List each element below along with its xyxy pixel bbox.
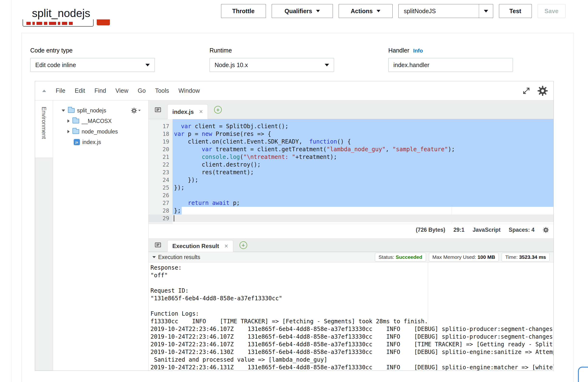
log-line: f13330cc INFO [TIME TRACKER] => [Fetchin… <box>150 318 553 325</box>
code-text: console.log("\ntreatment: "+treatment); <box>172 153 553 161</box>
caret-down-icon[interactable] <box>152 256 156 258</box>
menu-go[interactable]: Go <box>138 87 146 94</box>
log-line: 2019-10-24T22:23:46.131Z 131e865f-6eb4-4… <box>150 363 553 370</box>
lambda-code-page: split_nodejs Throttle Qualifiers Actions… <box>0 0 588 382</box>
menu-view[interactable]: View <box>115 87 128 94</box>
code-line[interactable]: 27 return await p; <box>148 199 553 207</box>
statusbar-settings-button[interactable] <box>543 227 549 233</box>
log-line: Function Logs: <box>150 310 553 318</box>
code-text: return await p; <box>172 199 553 207</box>
info-link[interactable]: Info <box>413 48 423 54</box>
environment-tab[interactable]: Environment <box>35 100 53 158</box>
runtime-label: Runtime <box>210 47 232 54</box>
status-badge: Status:Succeeded <box>375 253 426 262</box>
code-text: client.on(client.Event.SDK_READY, functi… <box>172 138 553 145</box>
runtime-select[interactable]: Node.js 10.x <box>210 58 334 72</box>
log-line: 2019-10-24T22:23:46.107Z 131e865f-6eb4-4… <box>150 333 553 341</box>
time-badge: Time:3523.34 ms <box>502 253 550 262</box>
code-entry-type-label: Code entry type <box>30 47 73 54</box>
tree-item-indexjs[interactable]: index.js <box>53 137 148 147</box>
chevron-down-icon <box>138 110 141 111</box>
test-button[interactable]: Test <box>499 4 532 18</box>
tab-indexjs[interactable]: index.js × <box>167 104 208 119</box>
code-text: }); <box>172 184 553 191</box>
collapse-up-icon[interactable] <box>42 90 46 92</box>
code-line[interactable]: 21 console.log("\ntreatment: "+treatment… <box>148 153 553 161</box>
editor-status-bar: (726 Bytes) 29:1 JavaScript Spaces: 4 <box>148 224 553 236</box>
folder-icon <box>72 119 79 123</box>
designer-fragment <box>22 19 94 27</box>
tab-list-button[interactable] <box>148 238 167 252</box>
tree-settings-button[interactable] <box>131 107 141 114</box>
code-line[interactable]: 20 var treatment = client.getTreatment("… <box>148 145 553 153</box>
editor-settings-button[interactable] <box>537 85 548 96</box>
code-text: var client = SplitObj.client(); <box>172 122 553 130</box>
save-button[interactable]: Save <box>538 4 566 18</box>
folder-icon <box>72 129 79 134</box>
line-number: 22 <box>148 161 172 169</box>
tab-execution-result[interactable]: Execution Result × <box>167 240 233 252</box>
exec-results-label[interactable]: Execution results <box>158 254 200 261</box>
line-number: 28 <box>148 207 172 214</box>
code-line[interactable]: 29 <box>148 214 553 222</box>
code-text: }; <box>172 207 553 214</box>
tree-item-node-modules[interactable]: node_modules <box>53 126 148 137</box>
alias-select[interactable]: splitNodeJS <box>399 4 493 18</box>
new-tab-button[interactable]: + <box>239 241 247 249</box>
code-line[interactable]: 28}; <box>148 207 553 214</box>
file-tree: split_nodejs <box>53 100 148 370</box>
code-text <box>172 214 553 222</box>
close-icon[interactable]: × <box>199 108 203 115</box>
menu-tools[interactable]: Tools <box>155 87 169 94</box>
code-line[interactable]: 19 client.on(client.Event.SDK_READY, fun… <box>148 138 553 145</box>
code-entry-type-select[interactable]: Edit code inline <box>30 58 155 72</box>
alias-caret-zone[interactable] <box>479 4 493 18</box>
code-text: res(treatment); <box>172 169 553 176</box>
handler-input[interactable] <box>393 62 508 69</box>
code-line[interactable]: 23 res(treatment); <box>148 169 553 176</box>
code-line[interactable]: 17 var client = SplitObj.client(); <box>148 122 553 130</box>
menu-find[interactable]: Find <box>94 87 106 94</box>
menu-window[interactable]: Window <box>179 87 200 94</box>
environment-strip: Environment <box>35 100 53 370</box>
menu-edit[interactable]: Edit <box>75 87 85 94</box>
execution-log: Response:"off"Request ID:"131e865f-6eb4-… <box>148 262 553 370</box>
tree-item-root[interactable]: split_nodejs <box>53 105 148 116</box>
code-line[interactable]: 22 client.destroy(); <box>148 161 553 169</box>
memory-badge: Max Memory Used:100 MB <box>429 253 499 262</box>
offscreen-focus-fragment <box>578 367 588 382</box>
menu-file[interactable]: File <box>56 87 65 94</box>
handler-field[interactable] <box>388 58 513 72</box>
code-editor: File Edit Find View Go Tools Window <box>35 81 554 371</box>
log-line: "off" <box>150 271 553 279</box>
designer-fragment-chip <box>97 19 110 25</box>
indent-setting[interactable]: Spaces: 4 <box>509 227 534 233</box>
chevron-down-icon <box>325 64 329 66</box>
fullscreen-button[interactable] <box>522 87 530 95</box>
code-text: }); <box>172 176 553 184</box>
qualifiers-button[interactable]: Qualifiers <box>272 4 333 18</box>
caret-right-icon <box>67 130 70 133</box>
code-line[interactable]: 25}); <box>148 184 553 191</box>
code-line[interactable]: 18var p = new Promise(res => { <box>148 130 553 138</box>
code-text: client.destroy(); <box>172 161 553 169</box>
code-line[interactable]: 26 <box>148 191 553 199</box>
line-number: 19 <box>148 138 172 145</box>
line-number: 23 <box>148 169 172 176</box>
tree-item-macosx[interactable]: __MACOSX <box>53 116 148 126</box>
language-mode[interactable]: JavaScript <box>473 227 500 233</box>
line-number: 27 <box>148 199 172 207</box>
code-area[interactable]: 17 var client = SplitObj.client();18var … <box>148 119 553 224</box>
code-text <box>172 191 553 199</box>
actions-button[interactable]: Actions <box>339 4 393 18</box>
new-tab-button[interactable]: + <box>214 106 222 114</box>
throttle-button[interactable]: Throttle <box>221 4 266 18</box>
js-file-icon <box>74 139 80 145</box>
close-icon[interactable]: × <box>224 243 228 250</box>
log-line <box>150 279 553 287</box>
code-line[interactable]: 24 }); <box>148 176 553 184</box>
chevron-down-icon <box>316 10 320 12</box>
line-number: 17 <box>148 122 172 130</box>
log-line: 2019-10-24T22:23:46.107Z 131e865f-6eb4-4… <box>150 341 553 348</box>
tab-list-button[interactable] <box>148 100 167 119</box>
